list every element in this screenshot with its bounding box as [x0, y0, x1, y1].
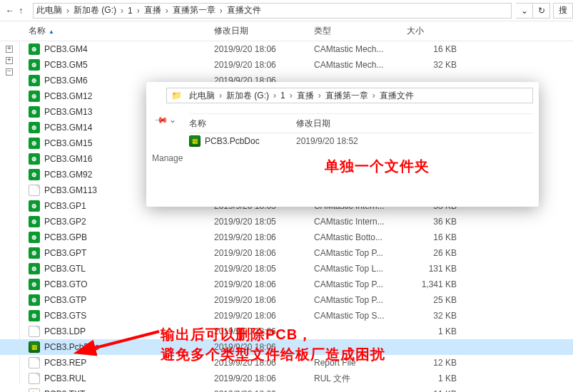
table-row[interactable]: PCB3.GTP2019/9/20 18:06CAMtastic Top P..…	[0, 292, 573, 308]
file-name: PCB3.GTP	[44, 295, 86, 305]
table-row[interactable]: PCB3.GM42019/9/20 18:06CAMtastic Mech...…	[0, 41, 573, 57]
breadcrumb-seg[interactable]: 直播第一章	[170, 4, 218, 16]
file-type: CAMtastic Top P...	[314, 295, 407, 305]
col-date[interactable]: 修改日期	[296, 118, 396, 130]
search-icon: 搜	[559, 4, 567, 16]
breadcrumb-seg[interactable]: 直播文件	[224, 4, 264, 16]
refresh-button[interactable]: ⌄	[516, 3, 533, 19]
reload-button[interactable]: ↻	[533, 3, 550, 19]
chevron-right-icon: ›	[218, 6, 224, 16]
file-type: CAMtastic Intern...	[314, 217, 407, 227]
col-type[interactable]: 类型	[314, 25, 407, 37]
cam-icon	[29, 279, 40, 290]
file-date: 2019/9/20 18:52	[296, 136, 396, 146]
file-name: PCB3.LDP	[44, 326, 86, 336]
col-name[interactable]: 名称	[189, 118, 296, 130]
chevron-right-icon: ›	[288, 91, 294, 100]
file-name: PCB3.GM6	[44, 76, 88, 86]
file-date: 2019/9/20 18:06	[214, 389, 314, 392]
file-size: 36 KB	[407, 217, 457, 227]
chevron-right-icon: ›	[218, 91, 223, 100]
file-name: PCB3.GTL	[44, 264, 86, 274]
breadcrumb-seg[interactable]: 新加卷 (G:)	[223, 90, 272, 102]
file-name: PCB3.RUL	[44, 373, 86, 383]
reload-icon: ↻	[538, 6, 545, 16]
table-row[interactable]: PCB3.GPT2019/9/20 18:06CAMtastic Top P..…	[0, 245, 573, 261]
nav-up-icon[interactable]: ↑	[19, 6, 23, 16]
table-row[interactable]: PCB3.PcbDoc 2019/9/20 18:52	[189, 133, 533, 149]
search-start[interactable]: 搜	[553, 3, 573, 19]
file-date: 2019/9/20 18:06	[214, 232, 314, 242]
cam-icon	[29, 91, 40, 102]
column-headers: 名称▲ 修改日期 类型 大小	[0, 21, 573, 41]
file-size: 16 KB	[407, 44, 457, 54]
breadcrumb-seg[interactable]: 直播第一章	[323, 90, 371, 102]
table-row[interactable]: PCB3.GM52019/9/20 18:06CAMtastic Mech...…	[0, 57, 573, 73]
file-date: 2019/9/20 18:05	[214, 217, 314, 227]
file-name: PCB3.GM4	[44, 44, 88, 54]
cam-icon	[29, 294, 40, 306]
file-date: 2019/9/20 18:06	[214, 248, 314, 258]
breadcrumb-seg[interactable]: 1	[278, 91, 288, 100]
popup-left-label: Manage	[152, 153, 188, 163]
table-row[interactable]: PCB3.GTL2019/9/20 18:05CAMtastic Top L..…	[0, 261, 573, 277]
file-name: PCB3.TXT	[44, 389, 85, 392]
cam-icon	[29, 247, 40, 259]
file-size: 1,341 KB	[407, 279, 457, 289]
col-size[interactable]: 大小	[407, 25, 457, 37]
file-type: CAMtastic Mech...	[314, 60, 407, 70]
file-name: PCB3.GPT	[44, 248, 86, 258]
file-date: 2019/9/20 18:06	[214, 373, 314, 383]
breadcrumb[interactable]: 📁 此电脑›新加卷 (G:)›1›直播›直播第一章›直播文件	[166, 88, 533, 103]
nav-back-icon[interactable]: ←	[6, 6, 14, 16]
annotation-line: 输出后可以删除PCB，	[161, 324, 385, 344]
annotation-single-folder: 单独一个文件夹	[325, 157, 430, 176]
breadcrumb-seg[interactable]: 直播	[294, 90, 317, 102]
popup-left: 📌 ⌄ Manage	[152, 110, 188, 163]
nav-controls: ← ↑	[0, 6, 29, 16]
breadcrumb-seg[interactable]: 1	[125, 6, 136, 16]
table-row[interactable]: PCB3.RUL2019/9/20 18:06RUL 文件1 KB	[0, 371, 573, 386]
table-row[interactable]: PCB3.GP22019/9/20 18:05CAMtastic Intern.…	[0, 214, 573, 229]
doc-icon	[29, 373, 40, 384]
breadcrumb-seg[interactable]: 直播	[141, 4, 164, 16]
col-name[interactable]: 名称▲	[29, 25, 214, 37]
chevron-right-icon: ›	[164, 6, 170, 16]
file-name: PCB3.GP1	[44, 201, 86, 211]
file-name: PCB3.REP	[44, 358, 86, 368]
file-size: 16 KB	[407, 232, 457, 242]
cam-icon	[29, 43, 40, 55]
cam-icon	[29, 216, 40, 227]
file-type: CAMtastic Botto...	[314, 232, 407, 242]
folder-icon: 📁	[167, 91, 186, 100]
pcb-icon	[29, 341, 40, 353]
file-date: 2019/9/20 18:06	[214, 295, 314, 305]
breadcrumb-seg[interactable]: 直播文件	[377, 90, 417, 102]
file-size: 32 KB	[407, 60, 457, 70]
sort-asc-icon: ▲	[49, 29, 54, 35]
file-name: PCB3.GM5	[44, 60, 88, 70]
file-type: CAMtastic Top L...	[314, 264, 407, 274]
file-size: 131 KB	[407, 264, 457, 274]
col-date[interactable]: 修改日期	[214, 25, 314, 37]
file-type: CAMtastic Top P...	[314, 248, 407, 258]
table-row[interactable]: PCB3.GTO2019/9/20 18:06CAMtastic Top P..…	[0, 277, 573, 292]
file-name: PCB3.GTS	[44, 311, 86, 321]
file-name: PCB3.GM113	[44, 185, 97, 195]
breadcrumb-seg[interactable]: 新加卷 (G:)	[71, 4, 119, 16]
breadcrumb-seg[interactable]: 此电脑	[34, 4, 65, 16]
file-size: 26 KB	[407, 248, 457, 258]
cam-icon	[29, 310, 40, 321]
svg-line-0	[90, 331, 159, 349]
chevron-right-icon: ›	[272, 91, 278, 100]
cam-icon	[29, 75, 40, 86]
rep-icon	[29, 388, 40, 392]
table-row[interactable]: PCB3.GPB2019/9/20 18:06CAMtastic Botto..…	[0, 229, 573, 245]
breadcrumb[interactable]: 此电脑›新加卷 (G:)›1›直播›直播第一章›直播文件	[33, 3, 512, 19]
file-name: PCB3.GM13	[44, 107, 92, 117]
table-row[interactable]: PCB3.TXT2019/9/20 18:0611 KB	[0, 386, 573, 392]
cam-icon	[29, 169, 40, 180]
pin-icon[interactable]: 📌	[154, 113, 169, 128]
file-size: 32 KB	[407, 311, 457, 321]
breadcrumb-seg[interactable]: 此电脑	[186, 90, 218, 102]
